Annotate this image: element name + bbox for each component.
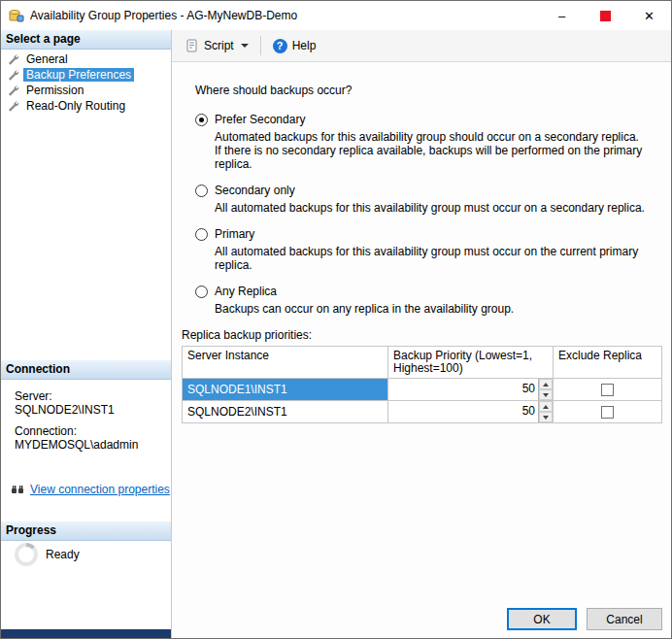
maximize-icon (600, 11, 611, 21)
select-page-header: Select a page (1, 30, 171, 50)
wrench-icon (7, 84, 19, 97)
chevron-down-icon[interactable] (241, 44, 249, 48)
sidebar-item-backup-preferences[interactable]: Backup Preferences (1, 67, 171, 83)
priority-stepper (538, 401, 553, 422)
option-description: Backups can occur on any replica in the … (215, 302, 647, 316)
view-connection-properties-link[interactable]: View connection properties (30, 483, 170, 496)
progress-header: Progress (1, 521, 171, 541)
priority-stepper (538, 379, 553, 400)
bottom-strip (1, 629, 171, 638)
table-row: SQLNODE1\INST1 50 (183, 379, 662, 401)
wrench-icon (7, 53, 19, 66)
spin-down-icon[interactable] (539, 389, 553, 400)
radio-primary[interactable]: Primary (195, 227, 662, 241)
option-description: Automated backups for this availability … (215, 130, 647, 171)
script-label: Script (204, 39, 234, 52)
help-label: Help (292, 39, 317, 52)
cancel-button[interactable]: Cancel (587, 608, 662, 630)
exclude-checkbox[interactable] (601, 406, 614, 419)
priority-value[interactable]: 50 (388, 401, 538, 422)
priority-cell[interactable]: 50 (388, 401, 554, 423)
exclude-cell (554, 401, 662, 423)
sidebar-item-general[interactable]: General (1, 51, 171, 67)
radio-icon[interactable] (195, 114, 208, 126)
script-button[interactable]: Script (180, 36, 254, 55)
window-controls: – ✕ (540, 1, 671, 30)
priority-value[interactable]: 50 (388, 379, 538, 400)
header-exclude-replica: Exclude Replica (554, 347, 662, 379)
server-instance-cell[interactable]: SQLNODE2\INST1 (183, 401, 388, 423)
spin-up-icon[interactable] (539, 401, 553, 412)
radio-secondary-only[interactable]: Secondary only (195, 184, 662, 197)
sidebar-item-label: Permission (23, 84, 86, 97)
window-title: Availability Group Properties - AG-MyNew… (30, 9, 540, 22)
spin-up-icon[interactable] (539, 379, 553, 389)
progress-status-row: Ready (15, 543, 80, 566)
connection-header: Connection (1, 360, 171, 380)
sidebar-item-label: Backup Preferences (23, 68, 134, 82)
dialog-window: Availability Group Properties - AG-MyNew… (0, 0, 672, 639)
toolbar: Script ? Help (172, 30, 672, 62)
option-description: All automated backups for this availabil… (215, 245, 647, 272)
server-value: SQLNODE2\INST1 (15, 403, 160, 417)
replica-priorities-table: Server Instance Backup Priority (Lowest=… (182, 346, 662, 423)
main-panel: Script ? Help Where should backups occur… (172, 30, 672, 638)
radio-prefer-secondary[interactable]: Prefer Secondary (195, 113, 662, 126)
server-label: Server: (15, 389, 160, 403)
radio-icon[interactable] (195, 228, 208, 241)
connection-properties-icon (11, 484, 25, 496)
table-row: SQLNODE2\INST1 50 (183, 401, 662, 423)
connection-info: Server: SQLNODE2\INST1 Connection: MYDEM… (15, 382, 160, 452)
availability-group-icon (9, 8, 24, 23)
wrench-icon (7, 69, 19, 82)
close-button[interactable]: ✕ (627, 1, 671, 30)
radio-icon[interactable] (195, 185, 208, 197)
backup-question-label: Where should backups occur? (195, 84, 662, 97)
script-icon (185, 39, 199, 52)
connection-label: Connection: (15, 424, 160, 438)
sidebar: Select a page General Backup Preferences… (1, 30, 172, 638)
minimize-button[interactable]: – (540, 1, 584, 30)
title-bar: Availability Group Properties - AG-MyNew… (1, 1, 671, 30)
help-icon: ? (273, 39, 287, 53)
exclude-checkbox[interactable] (601, 384, 614, 396)
progress-spinner-icon (15, 543, 38, 566)
priority-cell[interactable]: 50 (388, 379, 554, 401)
radio-label[interactable]: Primary (215, 227, 254, 241)
toolbar-divider (260, 36, 261, 55)
radio-label[interactable]: Any Replica (215, 285, 277, 298)
sidebar-item-label: General (23, 52, 71, 66)
table-header-row: Server Instance Backup Priority (Lowest=… (183, 347, 662, 379)
sidebar-item-read-only-routing[interactable]: Read-Only Routing (1, 98, 171, 114)
exclude-cell (554, 379, 662, 401)
page-list: General Backup Preferences Permission Re… (1, 51, 171, 114)
help-button[interactable]: ? Help (267, 36, 322, 56)
radio-label[interactable]: Prefer Secondary (215, 113, 305, 126)
connection-value: MYDEMOSQL\adadmin (15, 438, 160, 452)
maximize-button[interactable] (584, 1, 627, 30)
spin-down-icon[interactable] (539, 412, 553, 422)
option-description: All automated backups for this availabil… (215, 201, 647, 215)
sidebar-item-permission[interactable]: Permission (1, 83, 171, 98)
radio-any-replica[interactable]: Any Replica (195, 285, 662, 298)
radio-label[interactable]: Secondary only (215, 184, 295, 197)
replica-priorities-label: Replica backup priorities: (182, 328, 662, 342)
header-backup-priority: Backup Priority (Lowest=1, Highest=100) (388, 347, 554, 379)
header-server-instance: Server Instance (183, 347, 388, 379)
view-connection-properties-row: View connection properties (11, 483, 170, 496)
ok-button[interactable]: OK (507, 608, 577, 630)
dialog-footer: OK Cancel (507, 608, 662, 630)
wrench-icon (7, 100, 19, 113)
sidebar-item-label: Read-Only Routing (23, 99, 128, 113)
radio-icon[interactable] (195, 286, 208, 298)
progress-status: Ready (46, 548, 80, 561)
server-instance-cell[interactable]: SQLNODE1\INST1 (183, 379, 388, 401)
content-area: Where should backups occur? Prefer Secon… (172, 62, 672, 638)
